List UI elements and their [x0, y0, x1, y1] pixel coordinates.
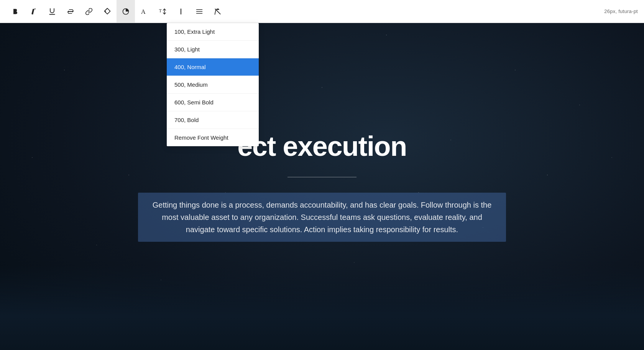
body-text: Getting things done is a process, demand…	[138, 193, 506, 242]
svg-text:T: T	[159, 8, 162, 13]
font-info: 26px, futura-pt	[604, 8, 638, 14]
italic-button[interactable]	[25, 0, 43, 23]
text-style-button[interactable]	[172, 0, 190, 23]
clear-button[interactable]	[209, 0, 227, 23]
color-icon	[104, 8, 111, 15]
toolbar: A T	[0, 0, 644, 23]
font-size-t-icon: T	[159, 8, 166, 15]
bold-button[interactable]	[6, 0, 25, 23]
strikethrough-icon	[67, 8, 74, 15]
font-size-a-button[interactable]: A	[135, 0, 153, 23]
font-weight-option-extra-light[interactable]: 100, Extra Light	[167, 23, 259, 41]
font-size-a-icon: A	[140, 8, 148, 15]
underline-icon	[48, 8, 56, 15]
content-area: ect execution Getting things done is a p…	[0, 23, 644, 350]
bold-icon	[12, 8, 19, 15]
link-icon	[85, 8, 93, 15]
svg-text:A: A	[141, 8, 146, 15]
font-weight-option-medium[interactable]: 500, Medium	[167, 76, 259, 94]
align-button[interactable]	[190, 0, 209, 23]
text-style-icon	[177, 8, 185, 15]
font-weight-option-light[interactable]: 300, Light	[167, 41, 259, 58]
font-weight-option-semi-bold[interactable]: 600, Semi Bold	[167, 94, 259, 111]
font-weight-option-normal[interactable]: 400, Normal	[167, 58, 259, 76]
strikethrough-button[interactable]	[61, 0, 80, 23]
underline-button[interactable]	[43, 0, 61, 23]
svg-line-5	[105, 8, 108, 11]
italic-icon	[30, 8, 38, 15]
font-weight-option-bold[interactable]: 700, Bold	[167, 111, 259, 129]
font-weight-button[interactable]	[117, 0, 135, 23]
font-weight-option-remove[interactable]: Remove Font Weight	[167, 129, 259, 146]
toolbar-icons: A T	[6, 0, 227, 23]
font-weight-icon	[122, 8, 130, 15]
clear-icon	[214, 8, 222, 15]
link-button[interactable]	[80, 0, 98, 23]
font-size-t-button[interactable]: T	[153, 0, 172, 23]
align-icon	[196, 8, 203, 15]
font-weight-dropdown: 100, Extra Light 300, Light 400, Normal …	[167, 23, 259, 146]
divider	[288, 177, 356, 177]
color-button[interactable]	[98, 0, 117, 23]
